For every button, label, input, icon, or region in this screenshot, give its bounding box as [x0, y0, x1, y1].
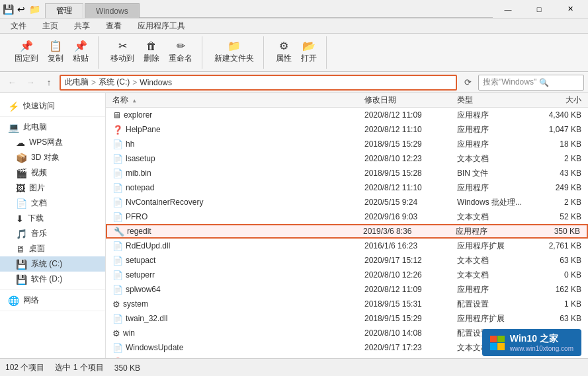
file-rows-container: 🖥 explorer 2020/8/12 11:09 应用程序 4,340 KB… [106, 108, 588, 358]
sidebar-item-network[interactable]: 🌐 网络 [0, 293, 105, 308]
ribbon-btn-rename[interactable]: ✏ 重命名 [165, 39, 196, 66]
ribbon-tab-file[interactable]: 文件 [3, 19, 34, 33]
file-icon: ❓ [112, 357, 123, 359]
table-row[interactable]: 📄 NvContainerRecovery 2020/5/15 9:24 Win… [106, 195, 588, 209]
table-row[interactable]: ⚙ system 2018/9/15 15:31 配置设置 1 KB [106, 297, 588, 311]
file-size-cell: 63 KB [532, 256, 585, 265]
table-row[interactable]: 📄 twain_32.dll 2018/9/15 15:29 应用程序扩展 63… [106, 311, 588, 326]
file-name-cell: 📄 PFRO [108, 212, 360, 222]
file-type-cell: 文本文档 [453, 255, 532, 266]
status-bar: 102 个项目 选中 1 个项目 350 KB [0, 358, 588, 376]
file-date-cell: 2020/8/12 11:10 [360, 183, 453, 192]
title-spacer [140, 3, 493, 18]
back-button[interactable]: ← [4, 75, 20, 91]
close-button[interactable]: ✕ [555, 0, 585, 19]
thispc-icon: 💻 [8, 122, 19, 133]
sidebar-label-video: 视频 [31, 167, 47, 178]
sidebar-item-softd[interactable]: 💾 软件 (D:) [0, 272, 105, 287]
table-row[interactable]: 📄 lsasetup 2020/8/10 12:23 文本文档 2 KB [106, 151, 588, 166]
file-date-cell: 2020/9/16 9:03 [360, 212, 453, 221]
ribbon-btn-pin[interactable]: 📌 固定到 [11, 39, 42, 66]
table-row[interactable]: 📄 RdEdUpd.dll 2016/1/6 16:23 应用程序扩展 2,76… [106, 239, 588, 253]
table-row[interactable]: 📄 splwow64 2020/8/12 11:09 应用程序 162 KB [106, 282, 588, 297]
file-type-cell: 应用程序扩展 [453, 313, 532, 324]
refresh-button[interactable]: ⟳ [460, 75, 476, 91]
properties-icon: ⚙ [279, 41, 288, 52]
crumb-folder[interactable]: Windows [140, 78, 172, 87]
table-row[interactable]: 🖥 explorer 2020/8/12 11:09 应用程序 4,340 KB [106, 108, 588, 122]
ribbon-btn-properties[interactable]: ⚙ 属性 [272, 39, 296, 66]
table-row[interactable]: 📄 PFRO 2020/9/16 9:03 文本文档 52 KB [106, 209, 588, 224]
file-name: setuperr [126, 270, 155, 280]
crumb-pc[interactable]: 此电脑 [65, 77, 89, 88]
ribbon-group-open: ⚙ 属性 📂 打开 [267, 36, 327, 69]
tab-windows[interactable]: Windows [85, 3, 140, 18]
sidebar-item-quickaccess[interactable]: ⚡ 快速访问 [0, 98, 105, 114]
file-type-cell: 应用程序扩展 [453, 241, 532, 252]
file-date-cell: 2020/5/15 9:24 [360, 198, 453, 207]
address-box[interactable]: 此电脑 > 系统 (C:) > Windows [60, 75, 457, 91]
col-size[interactable]: 大小 [532, 94, 585, 106]
sidebar-item-downloads[interactable]: ⬇ 下载 [0, 211, 105, 226]
col-date[interactable]: 修改日期 [360, 94, 453, 106]
file-date-cell: 2020/8/12 11:10 [360, 125, 453, 134]
tab-manage[interactable]: 管理 [45, 3, 83, 18]
file-size-cell: 0 KB [532, 270, 585, 280]
file-type-cell: BIN 文件 [453, 168, 532, 179]
file-size-cell: 43 KB [532, 169, 585, 178]
status-size: 350 KB [114, 363, 140, 373]
sidebar-item-3d[interactable]: 📦 3D 对象 [0, 150, 105, 165]
ribbon-btn-open[interactable]: 📂 打开 [297, 39, 321, 66]
file-type-cell: 应用程序 [453, 110, 532, 121]
table-row[interactable]: 📄 setuperr 2020/8/10 12:26 文本文档 0 KB [106, 268, 588, 282]
sidebar-item-music[interactable]: 🎵 音乐 [0, 226, 105, 241]
col-name[interactable]: 名称 ▲ [108, 94, 360, 106]
ribbon-tab-apptools[interactable]: 应用程序工具 [130, 19, 193, 33]
file-list-header: 名称 ▲ 修改日期 类型 大小 [106, 93, 588, 108]
logo-sq-red [490, 336, 497, 343]
sidebar-item-documents[interactable]: 📄 文档 [0, 196, 105, 211]
undo-icon: ↩ [16, 4, 26, 15]
sidebar-label-music: 音乐 [31, 228, 47, 239]
file-icon: 📄 [112, 285, 123, 295]
table-row[interactable]: 📄 mib.bin 2018/9/15 15:28 BIN 文件 43 KB [106, 166, 588, 180]
downloads-icon: ⬇ [16, 213, 24, 224]
ribbon-tab-share[interactable]: 共享 [66, 19, 98, 33]
sidebar: ⚡ 快速访问 💻 此电脑 ☁ WPS网盘 📦 3D 对象 🎬 视频 🖼 [0, 93, 106, 358]
table-row[interactable]: 📄 hh 2018/9/15 15:29 应用程序 18 KB [106, 137, 588, 151]
maximize-button[interactable]: □ [524, 0, 554, 19]
file-icon: 🖥 [112, 110, 121, 120]
table-row[interactable]: 📄 notepad 2020/8/12 11:10 应用程序 249 KB [106, 180, 588, 195]
ribbon-btn-new-folder[interactable]: 📁 新建文件夹 [210, 39, 258, 66]
crumb-drive[interactable]: 系统 (C:) [99, 77, 130, 88]
ribbon-group-organize: ✂ 移动到 🗑 删除 ✏ 重命名 [101, 36, 202, 69]
col-type[interactable]: 类型 [453, 94, 532, 106]
ribbon-btn-move[interactable]: ✂ 移动到 [106, 39, 138, 66]
ribbon-btn-paste[interactable]: 📌 粘贴 [69, 39, 93, 66]
ribbon-tab-view[interactable]: 查看 [98, 19, 130, 33]
table-row[interactable]: ❓ HelpPane 2020/8/12 11:10 应用程序 1,047 KB [106, 122, 588, 137]
ribbon-tab-home[interactable]: 主页 [34, 19, 66, 33]
ribbon-btn-copy[interactable]: 📋 复制 [44, 39, 67, 66]
search-box[interactable]: 搜索"Windows" 🔍 [478, 75, 584, 91]
file-date-cell: 2018/9/15 15:31 [360, 299, 453, 309]
watermark-url: www.win10xtong.com [510, 345, 573, 352]
sidebar-item-pictures[interactable]: 🖼 图片 [0, 180, 105, 196]
file-name: system [123, 299, 148, 309]
sidebar-item-desktop[interactable]: 🖥 桌面 [0, 241, 105, 256]
up-button[interactable]: ↑ [41, 75, 57, 91]
ribbon-btn-delete[interactable]: 🗑 删除 [140, 39, 163, 66]
file-name-cell: 🔧 regedit [110, 227, 359, 237]
table-row[interactable]: 📄 setupact 2020/9/17 15:12 文本文档 63 KB [106, 253, 588, 268]
table-row[interactable]: 🔧 regedit 2019/3/6 8:36 应用程序 350 KB [106, 224, 588, 239]
sidebar-item-thispc[interactable]: 💻 此电脑 [0, 120, 105, 135]
minimize-button[interactable]: — [493, 0, 523, 19]
rename-icon: ✏ [177, 41, 185, 52]
forward-button[interactable]: → [22, 75, 38, 91]
sidebar-item-wps[interactable]: ☁ WPS网盘 [0, 135, 105, 150]
file-size-cell: 4,340 KB [532, 110, 585, 120]
sidebar-item-systemc[interactable]: 💾 系统 (C:) [0, 256, 105, 272]
save-icon: 💾 [3, 4, 13, 15]
sidebar-item-video[interactable]: 🎬 视频 [0, 165, 105, 180]
search-icon: 🔍 [539, 78, 549, 87]
